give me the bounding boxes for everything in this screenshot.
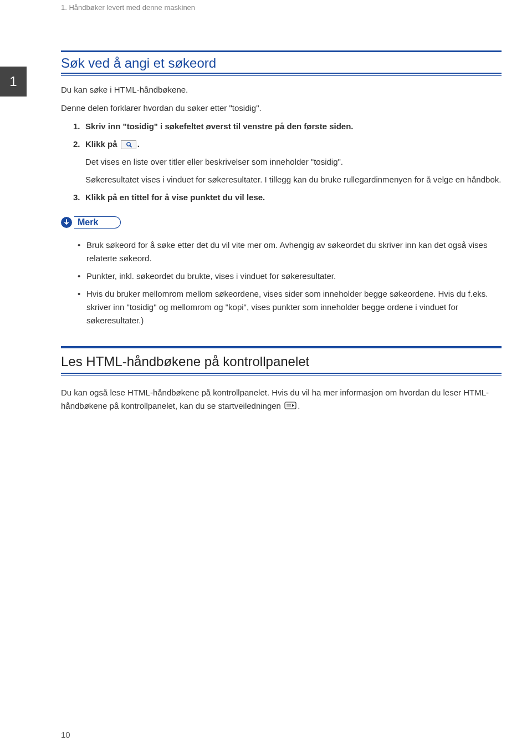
running-head: 1. Håndbøker levert med denne maskinen bbox=[61, 0, 502, 12]
chapter-number: 1 bbox=[9, 74, 17, 89]
svg-point-0 bbox=[127, 143, 130, 146]
step-2-prefix: Klikk på bbox=[85, 139, 120, 149]
section2-prefix: Du kan også lese HTML-håndbøkene på kont… bbox=[61, 388, 489, 410]
note-item: Bruk søkeord for å søke etter det du vil… bbox=[78, 239, 502, 265]
section2-body: Du kan også lese HTML-håndbøkene på kont… bbox=[61, 386, 502, 413]
section-control-panel: Les HTML-håndbøkene på kontrollpanelet D… bbox=[61, 346, 502, 413]
note-badge: Merk bbox=[61, 216, 121, 229]
section-heading-search: Søk ved å angi et søkeord bbox=[61, 50, 502, 74]
intro-line-2: Denne delen forklarer hvordan du søker e… bbox=[61, 102, 502, 115]
note-list: Bruk søkeord for å søke etter det du vil… bbox=[78, 239, 502, 327]
svg-line-1 bbox=[130, 146, 131, 148]
step-2-note-1: Det vises en liste over titler eller bes… bbox=[85, 155, 502, 169]
section-heading-control-panel: Les HTML-håndbøkene på kontrollpanelet bbox=[61, 346, 502, 374]
note-label: Merk bbox=[74, 216, 121, 229]
intro-line-1: Du kan søke i HTML-håndbøkene. bbox=[61, 84, 502, 97]
search-icon bbox=[121, 140, 136, 149]
step-2: Klikk på . bbox=[73, 138, 502, 151]
arrow-down-icon bbox=[61, 217, 72, 228]
note-item: Punkter, inkl. søkeordet du brukte, vise… bbox=[78, 270, 502, 283]
step-list: Skriv inn "tosidig" i søkefeltet øverst … bbox=[61, 120, 502, 151]
panel-icon bbox=[284, 400, 296, 413]
section2-suffix: . bbox=[298, 401, 300, 410]
step-1: Skriv inn "tosidig" i søkefeltet øverst … bbox=[73, 120, 502, 133]
page-number: 10 bbox=[61, 730, 70, 739]
step-list-cont: Klikk på en tittel for å vise punktet du… bbox=[61, 191, 502, 204]
step-2-note-2: Søkeresultatet vises i vinduet for søker… bbox=[85, 173, 502, 186]
step-3: Klikk på en tittel for å vise punktet du… bbox=[73, 191, 502, 204]
chapter-tab: 1 bbox=[0, 67, 27, 97]
step-2-suffix: . bbox=[137, 139, 140, 149]
note-item: Hvis du bruker mellomrom mellom søkeorde… bbox=[78, 287, 502, 327]
